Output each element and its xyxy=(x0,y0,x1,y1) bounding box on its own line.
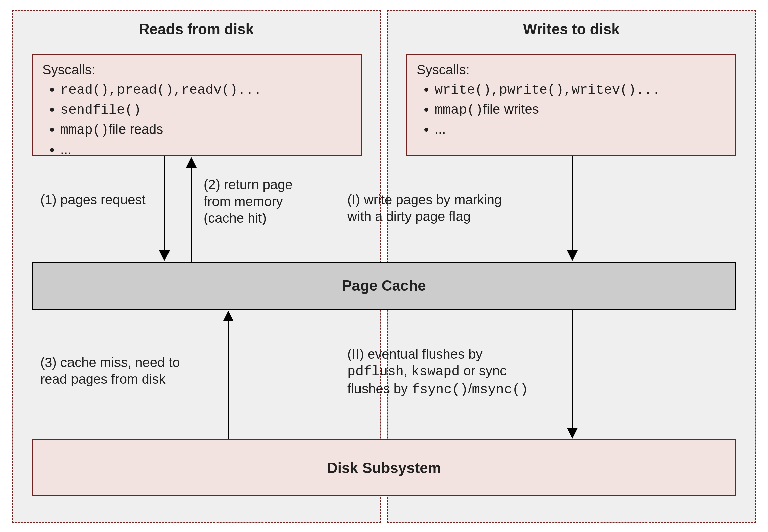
diagram-canvas: Reads from disk Writes to disk Syscalls:… xyxy=(0,0,768,532)
arrows-svg xyxy=(0,0,768,532)
